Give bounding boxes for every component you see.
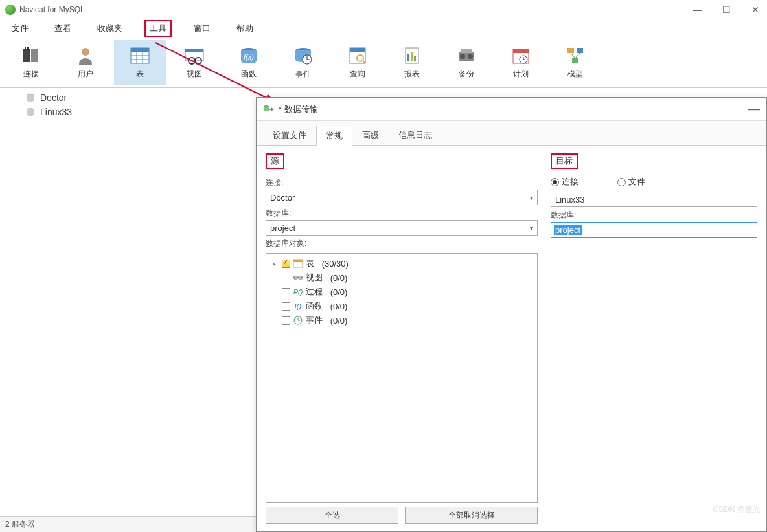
toolbar-view[interactable]: 视图 — [168, 40, 220, 85]
svg-point-31 — [460, 54, 465, 59]
radio-icon — [617, 178, 626, 186]
function-icon: f(x) — [238, 45, 259, 66]
svg-rect-40 — [577, 48, 583, 53]
report-icon — [402, 45, 422, 66]
source-connection-label: 连接: — [266, 177, 538, 188]
toolbar-model[interactable]: 模型 — [549, 40, 601, 85]
radio-file[interactable]: 文件 — [617, 176, 645, 188]
tree-row-functions[interactable]: f() 函数 (0/0) — [269, 299, 534, 313]
menu-favorites[interactable]: 收藏夹 — [93, 21, 126, 36]
tree-row-tables[interactable]: ▸ 表 (30/30) — [269, 256, 534, 271]
svg-rect-41 — [572, 58, 578, 63]
svg-rect-2 — [25, 47, 26, 50]
source-objects-tree[interactable]: ▸ 表 (30/30) 👓 视图 (0/0) P() 过程 (0/0) — [266, 253, 538, 503]
proc-icon: P() — [293, 287, 303, 296]
target-connection-dropdown[interactable]: Linux33 — [551, 192, 757, 207]
app-logo-icon — [5, 5, 16, 15]
checkbox-events[interactable] — [282, 316, 290, 325]
svg-rect-39 — [567, 48, 574, 53]
radio-connection[interactable]: 连接 — [551, 176, 578, 188]
tree-row-procedures[interactable]: P() 过程 (0/0) — [269, 285, 534, 299]
sidebar-item-linux33[interactable]: Linux33 — [0, 105, 246, 119]
target-database-input[interactable]: project — [551, 222, 757, 238]
chevron-down-icon: ▾ — [530, 194, 533, 201]
svg-rect-50 — [293, 260, 303, 262]
source-database-label: 数据库: — [266, 208, 538, 219]
source-heading: 源 — [266, 153, 284, 169]
select-all-button[interactable]: 全选 — [266, 507, 398, 524]
close-button[interactable]: ✕ — [749, 5, 762, 15]
database-icon — [26, 107, 35, 116]
chevron-down-icon: ▾ — [530, 225, 533, 232]
checkbox-procedures[interactable] — [282, 288, 290, 296]
toolbar-user[interactable]: 用户 — [60, 40, 111, 85]
toolbar: 连接 用户 表 视图 f(x) 函数 事件 查询 — [0, 38, 767, 88]
svg-rect-6 — [131, 48, 149, 52]
dialog-titlebar: * 数据传输 — — [257, 98, 766, 121]
maximize-button[interactable]: ☐ — [720, 5, 733, 15]
menu-view[interactable]: 查看 — [51, 21, 75, 36]
tab-info-log[interactable]: 信息日志 — [389, 125, 442, 145]
source-objects-label: 数据库对象: — [266, 238, 538, 249]
svg-line-43 — [575, 53, 580, 58]
menu-help[interactable]: 帮助 — [233, 21, 257, 36]
menu-tools[interactable]: 工具 — [144, 20, 172, 37]
svg-rect-12 — [185, 49, 203, 52]
minimize-button[interactable]: — — [690, 5, 704, 15]
database-icon — [26, 93, 35, 102]
checkbox-views[interactable] — [282, 274, 290, 282]
toolbar-event[interactable]: 事件 — [277, 40, 329, 85]
source-database-dropdown[interactable]: project ▾ — [266, 220, 538, 236]
svg-rect-3 — [27, 47, 29, 50]
watermark: CSDN @极光 — [713, 504, 761, 515]
glasses-icon: 👓 — [293, 273, 303, 282]
window-title: Navicat for MySQL — [19, 5, 85, 14]
connection-sidebar: Doctor Linux33 — [0, 88, 246, 516]
target-heading: 目标 — [551, 153, 578, 169]
menu-window[interactable]: 窗口 — [190, 21, 214, 36]
source-panel: 源 连接: Doctor ▾ 数据库: project ▾ 数据库对象: ▸ 表… — [266, 153, 538, 524]
view-icon — [184, 45, 205, 66]
tab-general[interactable]: 常规 — [316, 126, 352, 146]
plug-icon — [21, 45, 41, 66]
transfer-icon — [263, 104, 275, 115]
svg-rect-0 — [23, 49, 30, 62]
tree-row-views[interactable]: 👓 视图 (0/0) — [269, 271, 534, 285]
deselect-all-button[interactable]: 全部取消选择 — [405, 507, 538, 524]
tab-advanced[interactable]: 高级 — [352, 125, 389, 145]
query-icon — [347, 45, 368, 66]
target-panel: 目标 连接 文件 Linux33 数据库: project — [551, 153, 757, 524]
backup-icon — [456, 45, 477, 66]
model-icon — [565, 45, 586, 66]
expand-icon[interactable]: ▸ — [273, 260, 279, 267]
checkbox-functions[interactable] — [282, 302, 290, 311]
toolbar-function[interactable]: f(x) 函数 — [223, 40, 275, 85]
tab-settings-file[interactable]: 设置文件 — [263, 125, 316, 145]
svg-point-4 — [82, 48, 89, 56]
dialog-minimize-button[interactable]: — — [748, 102, 760, 116]
data-transfer-dialog: * 数据传输 — 设置文件 常规 高级 信息日志 源 连接: Doctor ▾ … — [256, 97, 767, 532]
target-type-radios: 连接 文件 — [551, 176, 757, 188]
svg-rect-33 — [461, 49, 472, 53]
toolbar-schedule[interactable]: 计划 — [495, 40, 547, 85]
svg-rect-27 — [407, 54, 409, 61]
dialog-body: 源 连接: Doctor ▾ 数据库: project ▾ 数据库对象: ▸ 表… — [257, 146, 766, 531]
schedule-icon — [510, 45, 531, 66]
clock-icon — [293, 316, 303, 325]
toolbar-query[interactable]: 查询 — [332, 40, 384, 85]
sidebar-item-label: Doctor — [40, 93, 67, 103]
user-icon — [75, 45, 96, 66]
toolbar-connection[interactable]: 连接 — [5, 40, 57, 85]
tree-row-events[interactable]: 事件 (0/0) — [269, 313, 534, 327]
toolbar-table[interactable]: 表 — [114, 40, 166, 85]
sidebar-item-doctor[interactable]: Doctor — [0, 91, 246, 105]
source-connection-dropdown[interactable]: Doctor ▾ — [266, 190, 538, 205]
toolbar-backup[interactable]: 备份 — [441, 40, 492, 85]
dialog-title-text: * 数据传输 — [279, 104, 318, 115]
svg-rect-1 — [31, 49, 38, 62]
toolbar-report[interactable]: 报表 — [386, 40, 438, 85]
radio-icon — [551, 178, 559, 186]
menu-file[interactable]: 文件 — [8, 21, 32, 36]
titlebar: Navicat for MySQL — ☐ ✕ — [0, 0, 767, 19]
checkbox-tables[interactable] — [282, 260, 290, 268]
